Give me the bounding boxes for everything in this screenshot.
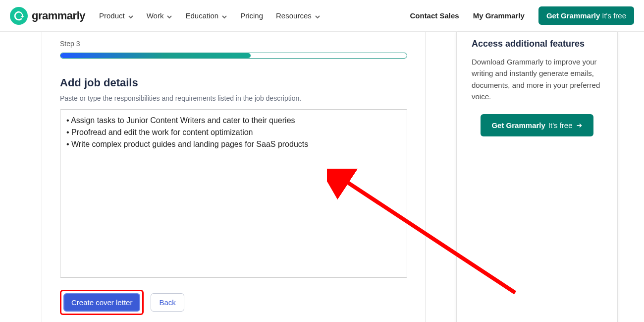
cta-bold-text: Get Grammarly bbox=[546, 11, 600, 20]
annotation-highlight-box: Create cover letter bbox=[60, 290, 144, 315]
nav-label: Resources bbox=[276, 11, 312, 20]
nav-label: Product bbox=[99, 11, 125, 20]
nav-work[interactable]: Work bbox=[147, 11, 173, 20]
arrow-right-icon bbox=[576, 122, 583, 129]
section-title: Add job details bbox=[60, 76, 407, 89]
back-button[interactable]: Back bbox=[151, 293, 184, 312]
create-cover-letter-button[interactable]: Create cover letter bbox=[63, 293, 140, 312]
nav-pricing[interactable]: Pricing bbox=[240, 11, 263, 20]
nav-label: Education bbox=[185, 11, 218, 20]
nav-education[interactable]: Education bbox=[185, 11, 227, 20]
page-content: Step 3 Add job details Paste or type the… bbox=[0, 32, 644, 322]
chevron-down-icon bbox=[221, 13, 227, 19]
chevron-down-icon bbox=[166, 13, 172, 19]
promo-description: Download Grammarly to improve your writi… bbox=[472, 56, 602, 102]
cta-light-text: It's free bbox=[602, 11, 626, 20]
promo-get-grammarly-button[interactable]: Get Grammarly It's free bbox=[481, 114, 593, 136]
my-grammarly-link[interactable]: My Grammarly bbox=[473, 11, 525, 20]
nav-label: Work bbox=[147, 11, 164, 20]
nav-product[interactable]: Product bbox=[99, 11, 134, 20]
action-buttons: Create cover letter Back bbox=[60, 290, 407, 315]
job-details-textarea[interactable] bbox=[60, 109, 407, 278]
get-grammarly-button[interactable]: Get Grammarly It's free bbox=[538, 6, 634, 25]
header-right: Contact Sales My Grammarly Get Grammarly… bbox=[410, 6, 634, 25]
contact-sales-link[interactable]: Contact Sales bbox=[410, 11, 459, 20]
section-subtitle: Paste or type the responsibilities and r… bbox=[60, 94, 407, 102]
wizard-card: Step 3 Add job details Paste or type the… bbox=[42, 32, 426, 322]
step-indicator: Step 3 bbox=[60, 40, 407, 48]
promo-cta-bold: Get Grammarly bbox=[491, 121, 545, 129]
nav-label: Pricing bbox=[240, 11, 263, 20]
promo-cta-light: It's free bbox=[548, 121, 573, 129]
progress-bar bbox=[60, 53, 407, 59]
site-header: grammarly Product Work Education Pricing… bbox=[0, 0, 644, 32]
brand-name: grammarly bbox=[32, 9, 85, 22]
chevron-down-icon bbox=[128, 13, 134, 19]
progress-fill bbox=[60, 53, 251, 58]
header-left: grammarly Product Work Education Pricing… bbox=[10, 7, 321, 25]
promo-card: Access additional features Download Gram… bbox=[456, 32, 618, 322]
promo-title: Access additional features bbox=[472, 39, 602, 49]
grammarly-logo-icon bbox=[10, 7, 28, 25]
primary-nav: Product Work Education Pricing Resources bbox=[99, 11, 321, 20]
chevron-down-icon bbox=[315, 13, 321, 19]
brand-logo[interactable]: grammarly bbox=[10, 7, 85, 25]
nav-resources[interactable]: Resources bbox=[276, 11, 321, 20]
